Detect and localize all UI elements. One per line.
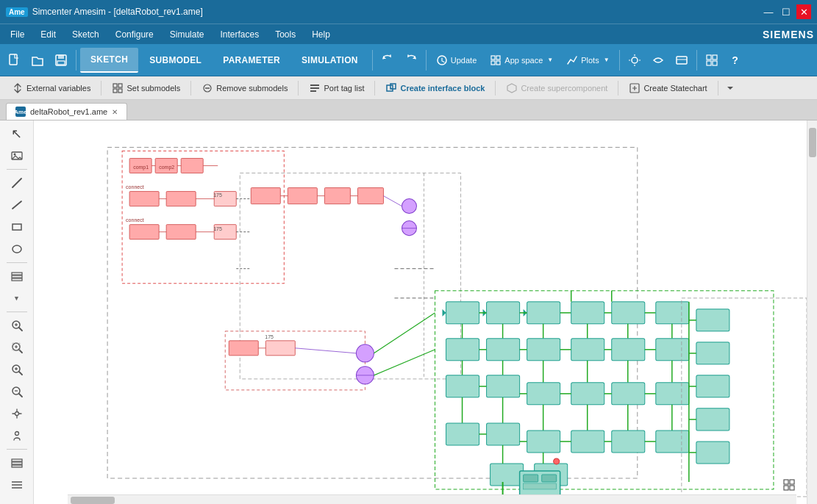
h-scrollbar[interactable] <box>68 494 796 504</box>
svg-rect-109 <box>571 302 604 324</box>
angled-line-tool[interactable] <box>4 195 29 215</box>
sub-sep1 <box>101 81 101 96</box>
sub-sep6 <box>618 81 618 96</box>
save-button[interactable] <box>50 48 72 73</box>
svg-rect-183 <box>696 342 729 364</box>
extra-dropdown-button[interactable] <box>723 84 738 93</box>
stack-dropdown[interactable]: ▼ <box>4 288 29 309</box>
svg-rect-110 <box>612 302 645 324</box>
ellipse-tool[interactable] <box>4 239 29 259</box>
canvas-row: comp1 comp2 175 <box>34 120 817 504</box>
menu-edit[interactable]: Edit <box>33 27 63 42</box>
image-tool[interactable] <box>4 145 29 166</box>
doc-tab-close[interactable]: ✕ <box>112 108 118 116</box>
pan-tool[interactable] <box>4 403 29 424</box>
tool-group3-button[interactable] <box>671 48 693 73</box>
canvas-with-scroll: comp1 comp2 175 <box>34 120 817 504</box>
plots-button[interactable]: Plots <box>560 49 615 71</box>
zoom-fit-tool[interactable] <box>4 337 29 358</box>
external-variables-button[interactable]: External variables <box>6 80 96 96</box>
person-tool[interactable] <box>4 425 29 446</box>
maximize-button[interactable]: ☐ <box>779 4 793 19</box>
grid-button[interactable] <box>701 48 723 73</box>
create-statechart-button[interactable]: Create Statechart <box>623 80 713 96</box>
menu-sketch[interactable]: Sketch <box>65 27 107 42</box>
create-supercomponent-button[interactable]: Create supercomponent <box>500 80 613 96</box>
create-interface-block-label: Create interface block <box>400 84 485 93</box>
simulation-tab[interactable]: SIMULATION <box>291 48 368 73</box>
menu-simulate[interactable]: Simulate <box>163 27 212 42</box>
layer-tool[interactable] <box>4 453 29 473</box>
help-button[interactable]: ? <box>724 48 746 73</box>
svg-rect-139 <box>527 383 560 405</box>
external-variables-label: External variables <box>26 84 90 93</box>
tool-group1-button[interactable] <box>624 48 646 73</box>
menu-help[interactable]: Help <box>304 27 338 42</box>
h-scroll-thumb[interactable] <box>71 497 115 504</box>
app-space-button[interactable]: App space <box>484 49 559 71</box>
window-controls: — ☐ ✕ <box>761 4 811 19</box>
svg-line-32 <box>13 201 21 209</box>
sep1 <box>76 50 76 71</box>
svg-rect-5 <box>491 56 495 60</box>
port-tag-list-button[interactable]: Port tag list <box>303 80 370 96</box>
tool-group2-button[interactable] <box>647 48 669 73</box>
svg-rect-10 <box>677 57 687 64</box>
svg-rect-125 <box>656 339 689 361</box>
left-sep1 <box>7 169 27 170</box>
undo-button[interactable] <box>377 48 399 73</box>
close-button[interactable]: ✕ <box>796 4 811 19</box>
sketch-tab[interactable]: SKETCH <box>80 48 138 73</box>
svg-line-40 <box>19 328 22 331</box>
update-button[interactable]: Update <box>430 49 482 71</box>
svg-rect-79 <box>166 225 196 240</box>
doc-tab-delta[interactable]: Ame deltaRobot_rev1.ame ✕ <box>6 103 127 120</box>
set-submodels-button[interactable]: Set submodels <box>106 80 186 96</box>
parameter-tab[interactable]: PARAMETER <box>213 48 290 73</box>
rect-tool[interactable] <box>4 217 29 237</box>
svg-point-94 <box>402 199 416 214</box>
zoom-out-tool[interactable] <box>4 381 29 402</box>
svg-rect-169 <box>229 341 258 356</box>
svg-rect-90 <box>357 188 383 204</box>
layer2-tool[interactable] <box>4 475 29 495</box>
svg-rect-155 <box>487 423 520 445</box>
menu-interfaces[interactable]: Interfaces <box>213 27 266 42</box>
app-space-label: App space <box>504 56 543 65</box>
submodel-tab[interactable]: SUBMODEL <box>139 48 212 73</box>
svg-text:175: 175 <box>213 226 222 231</box>
redo-button[interactable] <box>400 48 422 73</box>
sub-sep4 <box>374 81 375 96</box>
create-interface-block-button[interactable]: Create interface block <box>379 80 490 96</box>
menu-tools[interactable]: Tools <box>268 27 303 42</box>
svg-rect-170 <box>265 341 295 356</box>
svg-rect-205 <box>784 480 788 484</box>
minimize-button[interactable]: — <box>761 4 776 19</box>
svg-rect-16 <box>118 84 122 87</box>
grid-view-icon[interactable] <box>783 479 795 493</box>
svg-rect-88 <box>288 188 317 204</box>
svg-rect-102 <box>487 302 520 324</box>
v-scroll-thumb[interactable] <box>809 128 816 157</box>
sep2 <box>372 50 373 71</box>
svg-rect-104 <box>527 302 560 324</box>
svg-rect-87 <box>251 188 280 204</box>
left-sep4 <box>7 449 27 450</box>
menu-file[interactable]: File <box>3 27 32 42</box>
cursor-tool[interactable]: ↖ <box>4 123 29 144</box>
svg-rect-7 <box>491 61 495 65</box>
submodel-toolbar: External variables Set submodels Remove … <box>0 76 817 100</box>
diagonal-line-tool[interactable] <box>4 173 29 193</box>
zoom-region-tool[interactable] <box>4 315 29 336</box>
open-button[interactable] <box>26 48 49 73</box>
new-button[interactable] <box>3 48 25 73</box>
menu-configure[interactable]: Configure <box>108 27 161 42</box>
svg-rect-6 <box>496 56 500 60</box>
svg-rect-23 <box>387 85 393 91</box>
v-scrollbar[interactable] <box>807 120 817 504</box>
svg-rect-57 <box>12 465 22 467</box>
stack-tool[interactable] <box>4 266 29 287</box>
canvas-area[interactable]: comp1 comp2 175 <box>34 120 807 504</box>
zoom-in-tool[interactable] <box>4 359 29 380</box>
remove-submodels-button[interactable]: Remove submodels <box>196 80 293 96</box>
